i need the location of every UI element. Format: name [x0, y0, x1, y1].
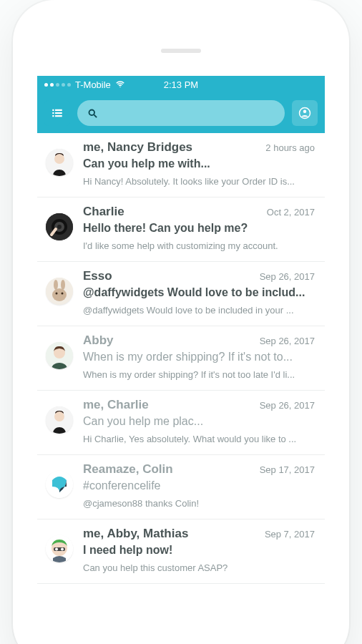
conversation-row[interactable]: me, Nancy Bridges2 hours agoCan you help…	[37, 133, 325, 197]
timestamp-label: Sep 17, 2017	[260, 464, 315, 475]
sender-label: Abby	[83, 333, 254, 348]
signal-dots-icon	[44, 83, 71, 87]
conversation-content: me, CharlieSep 26, 2017Can you help me p…	[83, 398, 315, 444]
avatar	[46, 269, 74, 316]
conversation-row[interactable]: me, CharlieSep 26, 2017Can you help me p…	[37, 391, 325, 455]
sender-label: Esso	[83, 269, 254, 283]
phone-frame: T-Mobile 2:13 PM	[13, 0, 349, 644]
conversation-row[interactable]: AbbySep 26, 2017When is my order shippin…	[37, 326, 325, 391]
svg-point-12	[54, 154, 64, 164]
conversation-content: me, Nancy Bridges2 hours agoCan you help…	[83, 140, 315, 187]
conversation-list: me, Nancy Bridges2 hours agoCan you help…	[37, 133, 325, 584]
search-icon	[87, 108, 98, 119]
svg-line-8	[94, 114, 97, 117]
status-bar: T-Mobile 2:13 PM	[37, 76, 325, 93]
conversation-row[interactable]: me, Abby, MathiasSep 7, 2017I need help …	[37, 519, 325, 584]
subject-label: Hello there! Can you help me?	[83, 222, 315, 235]
conversation-content: EssoSep 26, 2017@daffywidgets Would love…	[83, 269, 315, 316]
preview-label: Hi Charlie, Yes absolutely. What would y…	[83, 434, 315, 444]
screen: T-Mobile 2:13 PM	[37, 76, 325, 644]
avatar	[46, 398, 74, 444]
conversation-content: AbbySep 26, 2017When is my order shippin…	[83, 333, 315, 380]
subject-label: Can you help me plac...	[83, 415, 315, 428]
subject-label: #conferencelife	[83, 479, 315, 492]
preview-label: @cjameson88 thanks Colin!	[83, 498, 315, 509]
profile-button[interactable]	[292, 100, 318, 126]
timestamp-label: Sep 26, 2017	[260, 271, 315, 282]
avatar	[46, 205, 74, 251]
preview-label: I'd like some help with customizing my a…	[83, 240, 315, 251]
preview-label: Hi Nancy! Absolutely. It looks like your…	[83, 176, 315, 187]
svg-point-0	[119, 87, 120, 87]
toolbar	[37, 93, 325, 133]
svg-point-7	[89, 109, 95, 115]
search-input[interactable]	[104, 107, 275, 119]
avatar	[46, 462, 74, 509]
avatar	[46, 333, 74, 380]
svg-rect-5	[52, 115, 54, 117]
sender-label: Reamaze, Colin	[83, 462, 254, 477]
conversation-content: CharlieOct 2, 2017Hello there! Can you h…	[83, 205, 315, 251]
svg-point-20	[61, 280, 65, 290]
svg-rect-6	[55, 115, 62, 117]
svg-point-31	[55, 548, 58, 551]
svg-point-18	[52, 288, 67, 301]
phone-speaker	[161, 49, 201, 53]
list-view-button[interactable]	[44, 100, 70, 126]
profile-icon	[298, 107, 311, 119]
svg-point-16	[57, 225, 62, 229]
svg-rect-2	[55, 109, 62, 111]
svg-rect-1	[52, 109, 54, 111]
timestamp-label: 2 hours ago	[265, 142, 315, 153]
conversation-row[interactable]: EssoSep 26, 2017@daffywidgets Would love…	[37, 262, 325, 326]
conversation-content: Reamaze, ColinSep 17, 2017#conferencelif…	[83, 462, 315, 509]
list-icon	[51, 107, 64, 119]
conversation-row[interactable]: Reamaze, ColinSep 17, 2017#conferencelif…	[37, 455, 325, 519]
timestamp-label: Sep 26, 2017	[260, 336, 315, 346]
timestamp-label: Sep 7, 2017	[265, 529, 315, 540]
timestamp-label: Sep 26, 2017	[260, 400, 315, 411]
timestamp-label: Oct 2, 2017	[267, 207, 315, 218]
subject-label: Can you help me with...	[83, 157, 315, 170]
subject-label: @daffywidgets Would love to be includ...	[83, 286, 315, 299]
svg-rect-4	[55, 112, 62, 114]
svg-point-21	[56, 293, 58, 295]
svg-point-32	[61, 548, 64, 551]
sender-label: me, Abby, Mathias	[83, 527, 259, 541]
svg-point-22	[62, 293, 64, 295]
preview-label: Can you help this customer ASAP?	[83, 562, 315, 573]
search-field[interactable]	[77, 100, 285, 126]
wifi-icon	[115, 79, 125, 89]
conversation-content: me, Abby, MathiasSep 7, 2017I need help …	[83, 527, 315, 573]
carrier-label: T-Mobile	[75, 79, 111, 90]
svg-point-10	[303, 110, 307, 114]
sender-label: me, Charlie	[83, 398, 254, 412]
subject-label: When is my order shipping? If it's not t…	[83, 351, 315, 364]
sender-label: Charlie	[83, 205, 261, 219]
subject-label: I need help now!	[83, 544, 315, 557]
svg-point-26	[54, 411, 64, 421]
conversation-row[interactable]: CharlieOct 2, 2017Hello there! Can you h…	[37, 197, 325, 262]
avatar	[46, 527, 74, 573]
sender-label: me, Nancy Bridges	[83, 140, 260, 155]
clock-label: 2:13 PM	[135, 79, 226, 90]
preview-label: When is my order shipping? If it's not t…	[83, 369, 315, 380]
svg-point-19	[54, 280, 58, 290]
preview-label: @daffywidgets Would love to be included …	[83, 305, 315, 316]
avatar	[46, 140, 74, 187]
svg-rect-3	[52, 112, 54, 114]
